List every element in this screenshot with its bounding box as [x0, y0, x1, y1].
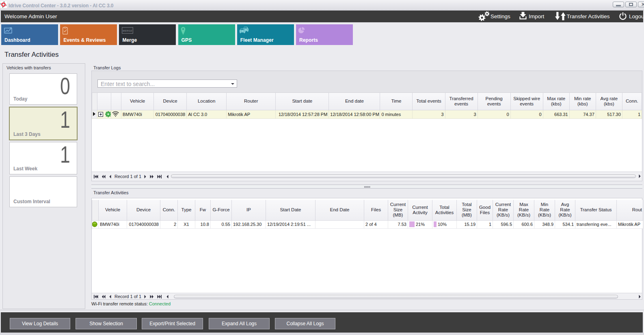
svg-text:MERGE: MERGE — [123, 30, 133, 32]
